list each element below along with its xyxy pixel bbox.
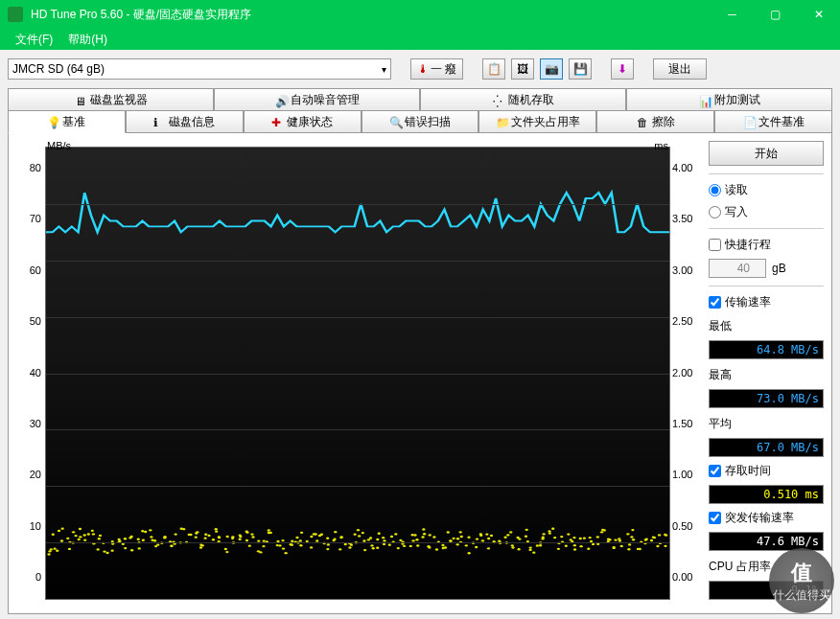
copy-screenshot-button[interactable]: 🖼 [511, 58, 534, 80]
svg-point-248 [570, 539, 572, 540]
svg-point-91 [239, 539, 242, 540]
title-bar: HD Tune Pro 5.60 - 硬盘/固态硬盘实用程序 ─ ▢ ✕ [0, 0, 840, 29]
tab-file-benchmark[interactable]: 📄文件基准 [714, 110, 832, 133]
svg-point-280 [637, 548, 640, 550]
svg-point-43 [138, 547, 141, 549]
svg-point-10 [66, 538, 69, 539]
exit-button[interactable]: 退出 [653, 58, 707, 80]
svg-point-228 [529, 546, 532, 548]
svg-point-283 [645, 538, 648, 539]
image-icon: 🖼 [517, 62, 528, 76]
test-icon: 📊 [699, 95, 711, 106]
drive-select[interactable]: JMCR SD (64 gB) ▾ [8, 58, 391, 80]
svg-point-3 [52, 534, 55, 536]
svg-point-82 [218, 537, 221, 539]
svg-point-140 [339, 537, 342, 539]
svg-point-41 [130, 549, 133, 551]
svg-point-53 [153, 539, 156, 541]
arrow-down-icon: ⬇ [618, 62, 627, 76]
toolbar: JMCR SD (64 gB) ▾ 🌡 一 癈 📋 🖼 📷 💾 ⬇ 退出 [8, 56, 832, 82]
read-radio[interactable]: 读取 [709, 182, 824, 198]
copy-info-button[interactable]: 📋 [482, 58, 505, 80]
avg-value: 67.0 MB/s [709, 438, 824, 457]
tab-erase[interactable]: 🗑擦除 [596, 110, 714, 133]
svg-point-247 [567, 533, 570, 535]
svg-point-2 [48, 550, 51, 552]
transfer-rate-checkbox[interactable]: 传输速率 [709, 294, 824, 310]
svg-point-273 [626, 533, 629, 535]
svg-point-108 [278, 544, 281, 546]
screenshot-button[interactable]: 📷 [540, 58, 563, 80]
tab-extra-tests[interactable]: 📊附加测试 [626, 88, 832, 111]
menu-help[interactable]: 帮助(H) [60, 30, 115, 50]
svg-point-78 [215, 528, 218, 530]
benchmark-chart [45, 147, 670, 600]
svg-point-165 [394, 533, 397, 535]
svg-point-271 [618, 538, 620, 539]
max-value: 73.0 MB/s [709, 389, 824, 408]
svg-point-96 [251, 536, 254, 538]
svg-point-71 [196, 531, 198, 533]
svg-point-172 [409, 545, 412, 547]
svg-point-224 [517, 548, 520, 550]
tab-benchmark[interactable]: 💡基准 [8, 110, 126, 133]
search-icon: 🔍 [389, 116, 401, 127]
svg-point-45 [142, 539, 145, 541]
svg-point-119 [295, 537, 298, 539]
tab-folder-usage[interactable]: 📁文件夹占用率 [478, 110, 596, 133]
tab-error-scan[interactable]: 🔍错误扫描 [362, 110, 479, 133]
tab-info[interactable]: ℹ磁盘信息 [126, 110, 244, 133]
menu-file[interactable]: 文件(F) [8, 30, 60, 50]
svg-point-166 [397, 547, 400, 549]
tab-disk-monitor[interactable]: 🖥磁盘监视器 [8, 88, 214, 111]
svg-point-122 [299, 544, 302, 546]
svg-point-175 [416, 544, 419, 546]
svg-point-107 [268, 532, 270, 534]
access-time-checkbox[interactable]: 存取时间 [709, 463, 824, 479]
burst-rate-checkbox[interactable]: 突发传输速率 [709, 510, 824, 526]
svg-point-217 [506, 534, 509, 536]
short-stroke-checkbox[interactable]: 快捷行程 [709, 237, 824, 253]
write-radio[interactable]: 写入 [709, 204, 824, 220]
thermometer-icon: 🌡 [417, 62, 429, 76]
info-icon: ℹ [153, 116, 165, 127]
svg-point-286 [650, 539, 653, 541]
close-button[interactable]: ✕ [797, 0, 840, 29]
minimize-button[interactable]: ─ [711, 0, 754, 29]
svg-point-230 [532, 551, 535, 553]
tab-aam[interactable]: 🔊自动噪音管理 [214, 88, 420, 111]
tab-health[interactable]: ✚健康状态 [244, 110, 362, 133]
svg-point-42 [137, 539, 140, 540]
svg-point-26 [98, 538, 101, 539]
svg-point-143 [348, 546, 351, 548]
svg-point-30 [110, 549, 113, 551]
svg-point-219 [511, 544, 514, 546]
folder-icon: 📁 [496, 116, 507, 127]
save-button[interactable]: 💾 [569, 58, 592, 80]
svg-point-111 [284, 552, 287, 554]
svg-point-153 [369, 537, 372, 539]
svg-point-35 [118, 539, 121, 540]
options-button[interactable]: ⬇ [611, 58, 634, 80]
svg-point-276 [630, 536, 633, 538]
svg-point-37 [124, 538, 127, 539]
svg-point-242 [553, 537, 556, 539]
svg-point-70 [195, 536, 198, 538]
svg-point-199 [467, 537, 470, 539]
svg-point-195 [460, 536, 463, 538]
svg-point-104 [262, 545, 265, 547]
svg-point-58 [170, 545, 173, 547]
svg-point-250 [572, 537, 575, 539]
maximize-button[interactable]: ▢ [754, 0, 797, 29]
svg-point-163 [390, 536, 393, 538]
start-button[interactable]: 开始 [709, 141, 824, 166]
short-stroke-input[interactable] [709, 259, 766, 278]
svg-point-277 [631, 529, 634, 531]
tab-random-access[interactable]: ⁛随机存取 [420, 88, 626, 111]
svg-point-116 [291, 543, 293, 545]
svg-point-154 [370, 544, 373, 546]
monitor-icon: 🖥 [75, 95, 86, 106]
svg-point-65 [180, 528, 183, 530]
svg-point-144 [350, 544, 353, 546]
svg-point-46 [144, 531, 147, 533]
